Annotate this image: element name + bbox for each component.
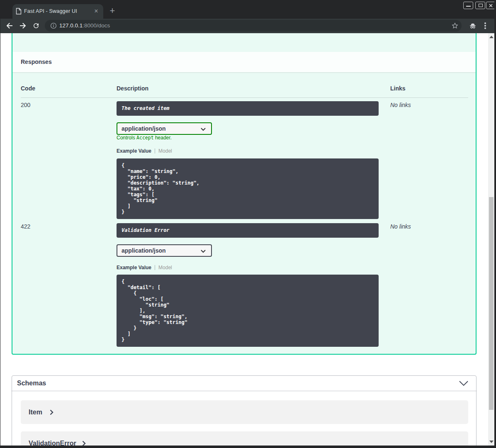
response-links-200: No links (390, 102, 411, 108)
response-links-422: No links (390, 223, 411, 230)
media-type-value-200: application/json (122, 125, 166, 132)
example-model-tabs-422: Example ValueModel (117, 265, 172, 270)
response-description-422: Validation Error (117, 223, 379, 238)
url-host: 127.0.0.1 (59, 22, 83, 29)
incognito-icon (469, 22, 477, 30)
titlebar: Fast API - Swagger UI × + (0, 0, 496, 19)
schema-item-label: Item (29, 400, 42, 424)
window-border-left (0, 0, 0, 448)
table-header-divider (21, 97, 468, 98)
reload-button[interactable] (32, 22, 40, 29)
column-header-links: Links (390, 85, 406, 92)
tab-example-value-422[interactable]: Example Value (117, 265, 151, 270)
scrollbar-thumb[interactable] (489, 197, 494, 410)
window-border-right (494, 0, 496, 448)
back-button[interactable] (6, 22, 13, 29)
minimize-icon (466, 6, 471, 7)
maximize-icon (479, 4, 483, 7)
media-type-value-422: application/json (122, 247, 166, 254)
responses-section-header (12, 52, 476, 72)
example-model-tabs-200: Example ValueModel (117, 148, 172, 154)
browser-menu-icon[interactable] (484, 22, 486, 29)
media-type-select-200[interactable]: application/json (117, 122, 212, 135)
site-info-icon[interactable] (50, 22, 57, 29)
schemas-collapse-chevron-icon[interactable] (459, 381, 468, 386)
media-type-select-422[interactable]: application/json (117, 244, 212, 257)
page-content: Responses Code Description Links 200 The… (0, 33, 494, 446)
tab-close-icon[interactable]: × (91, 4, 101, 19)
responses-title: Responses (21, 52, 52, 72)
expand-chevron-icon (50, 409, 53, 415)
response-code-200: 200 (21, 102, 30, 108)
example-json-200: { "name": "string", "price": 0, "descrip… (117, 158, 379, 219)
schemas-header[interactable] (12, 375, 477, 391)
controls-accept-note: Controls Accept header. (117, 135, 172, 141)
page-favicon-icon (16, 8, 22, 15)
response-code-422: 422 (21, 223, 30, 230)
url-path: :8000/docs (83, 22, 110, 29)
column-header-code: Code (21, 85, 35, 92)
tab-title: Fast API - Swagger UI (24, 4, 77, 19)
close-icon (489, 4, 493, 7)
new-tab-button[interactable]: + (107, 5, 118, 17)
window-border-bottom (0, 446, 496, 448)
tab-model-200[interactable]: Model (158, 148, 172, 154)
window-maximize-button[interactable] (475, 2, 485, 9)
scrollbar-down-arrow[interactable] (489, 441, 494, 443)
response-description-200: The created item (117, 101, 379, 116)
forward-button[interactable] (19, 22, 27, 29)
tab-model-422[interactable]: Model (158, 265, 172, 270)
bookmark-star-icon[interactable] (451, 22, 459, 29)
schema-model-item[interactable]: Item (21, 400, 468, 424)
select-chevron-icon (201, 128, 206, 131)
scrollbar-up-arrow[interactable] (489, 36, 494, 38)
schemas-title: Schemas (17, 375, 46, 391)
window-minimize-button[interactable] (463, 2, 473, 9)
example-json-422: { "detail": [ { "loc": [ "string" ], "ms… (117, 275, 379, 347)
browser-tab[interactable]: Fast API - Swagger UI × (12, 4, 103, 19)
browser-toolbar: 127.0.0.1:8000/docs (0, 19, 496, 33)
select-chevron-icon (201, 250, 206, 253)
tab-example-value-200[interactable]: Example Value (117, 148, 151, 154)
column-header-description: Description (117, 85, 148, 92)
url-text[interactable]: 127.0.0.1:8000/docs (59, 20, 110, 32)
